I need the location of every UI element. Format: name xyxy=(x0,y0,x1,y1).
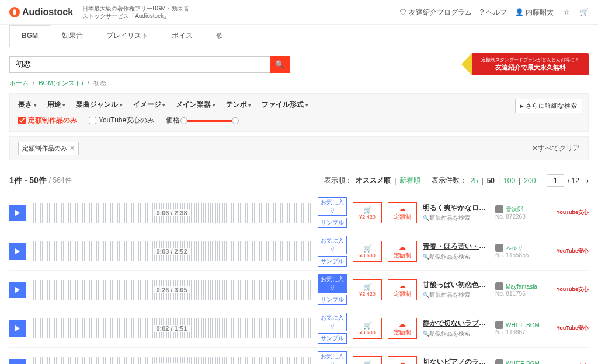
artist-link[interactable]: 音次郎 xyxy=(495,205,548,214)
favorite-button[interactable]: お気に入り xyxy=(318,274,347,293)
waveform[interactable]: 0:02 / 1:51 xyxy=(32,318,312,338)
price-box[interactable]: 🛒¥2,420 xyxy=(353,279,382,300)
close-icon[interactable]: ✕ xyxy=(69,145,75,152)
price: ¥3,630 xyxy=(359,330,376,335)
filter-genre[interactable]: 楽曲ジャンル xyxy=(76,100,123,110)
track-time: 0:03 / 2:52 xyxy=(154,248,189,255)
promo-banner[interactable]: 定額制スタンダードプランがどんどんお得に！ 友達紹介で最大永久無料 xyxy=(472,53,589,75)
favorite-button[interactable]: お気に入り xyxy=(318,351,347,364)
track-row: 0:03 / 2:31お気に入りサンプル🛒¥3,630☁定額制切ないピアノのラブ… xyxy=(9,348,589,364)
track-row: 0:03 / 2:52お気に入りサンプル🛒¥3,630☁定額制青春・ほろ苦い・ノ… xyxy=(9,232,589,271)
price-box[interactable]: 🛒¥3,630 xyxy=(353,356,382,365)
filter-length[interactable]: 長さ xyxy=(18,100,37,110)
track-title[interactable]: 青春・ほろ苦い・ノスタルジー・初恋・ xyxy=(423,242,489,251)
waveform[interactable]: 0:26 / 3:05 xyxy=(32,280,312,300)
filter-instrument[interactable]: メイン楽器 xyxy=(176,100,215,110)
search-input[interactable] xyxy=(9,56,270,73)
result-range: 1件 - 50件 xyxy=(9,176,47,186)
favorite-button[interactable]: お気に入り xyxy=(318,313,347,331)
cart-icon: 🛒 xyxy=(363,206,372,214)
play-button[interactable] xyxy=(9,205,26,221)
similar-link[interactable]: 類似作品を検索 xyxy=(423,253,489,261)
per-25[interactable]: 25 xyxy=(470,177,478,185)
more-detail-button[interactable]: ▸ さらに詳細な検索 xyxy=(515,99,582,113)
play-button[interactable] xyxy=(9,320,26,337)
price-slider[interactable]: 価格 xyxy=(166,116,236,125)
favorite-button[interactable]: お気に入り xyxy=(318,197,347,216)
sample-button[interactable]: サンプル xyxy=(318,218,347,228)
subscription-box[interactable]: ☁定額制 xyxy=(388,356,417,365)
subscription-box[interactable]: ☁定額制 xyxy=(388,202,417,223)
subscription-box[interactable]: ☁定額制 xyxy=(388,279,417,300)
track-title[interactable]: 静かで切ないラブソンバラード xyxy=(423,318,489,328)
sample-button[interactable]: サンプル xyxy=(318,295,347,305)
filter-image[interactable]: イメージ xyxy=(133,100,166,110)
header: Audiostock 日本最大級の著作権フリーBGM・効果音 ストックサービス「… xyxy=(0,0,598,25)
artist-link[interactable]: みゅり xyxy=(495,244,548,252)
cart-icon[interactable]: 🛒 xyxy=(579,8,589,16)
cart-icon: 🛒 xyxy=(363,244,372,253)
play-button[interactable] xyxy=(9,243,26,260)
download-icon: ☁ xyxy=(399,359,406,365)
sort-recommended[interactable]: オススメ順 xyxy=(356,176,391,186)
price-box[interactable]: 🛒¥2,420 xyxy=(353,202,382,223)
track-title[interactable]: 明るく爽やかなロマンス楽曲（ピアノソロ） xyxy=(423,203,489,213)
star-icon[interactable]: ☆ xyxy=(562,8,571,16)
sort-newest[interactable]: 新着順 xyxy=(399,176,420,186)
page-total: / 12 xyxy=(568,177,579,185)
breadcrumb-home[interactable]: ホーム xyxy=(9,79,29,86)
user-menu[interactable]: 👤 内藤昭太 xyxy=(515,8,554,18)
cart-icon: 🛒 xyxy=(363,283,372,291)
filter-chip[interactable]: 定額制作品のみ✕ xyxy=(18,142,79,155)
tagline: 日本最大級の著作権フリーBGM・効果音 ストックサービス「Audiostock」 xyxy=(82,5,189,20)
price-box[interactable]: 🛒¥3,630 xyxy=(353,318,382,339)
artist-link[interactable]: WHITE BGM xyxy=(495,321,548,329)
friend-program-link[interactable]: ♡ 友達紹介プログラム xyxy=(399,8,471,18)
play-button[interactable] xyxy=(9,359,26,365)
filter-tempo[interactable]: テンポ xyxy=(226,100,252,110)
similar-link[interactable]: 類似作品を検索 xyxy=(423,291,489,299)
play-button[interactable] xyxy=(9,282,26,298)
price: ¥3,630 xyxy=(359,253,376,258)
tab-song[interactable]: 歌 xyxy=(204,25,235,47)
clear-all-filters[interactable]: すべてクリア xyxy=(532,144,580,153)
filter-use[interactable]: 用途 xyxy=(47,100,66,110)
breadcrumb-cat[interactable]: BGM(インスト) xyxy=(39,79,83,86)
sample-button[interactable]: サンプル xyxy=(318,256,347,267)
price-box[interactable]: 🛒¥3,630 xyxy=(353,241,382,262)
per-50[interactable]: 50 xyxy=(487,177,495,185)
youtube-safe-badge: YouTube安心 xyxy=(554,324,589,332)
per-200[interactable]: 200 xyxy=(524,177,536,185)
similar-link[interactable]: 類似作品を検索 xyxy=(423,330,489,338)
favorite-button[interactable]: お気に入り xyxy=(318,236,347,254)
help-link[interactable]: ? ヘルプ xyxy=(480,8,507,18)
tab-playlist[interactable]: プレイリスト xyxy=(95,25,160,47)
waveform[interactable]: 0:03 / 2:52 xyxy=(32,242,312,261)
artist-link[interactable]: Mayfantasia xyxy=(495,282,548,290)
tab-bgm[interactable]: BGM xyxy=(9,25,50,47)
logo[interactable]: Audiostock xyxy=(9,7,73,18)
cart-icon: 🛒 xyxy=(363,360,372,365)
track-number: No. 872263 xyxy=(495,214,548,220)
filter-panel: 長さ 用途 楽曲ジャンル イメージ メイン楽器 テンポ ファイル形式 ▸ さらに… xyxy=(9,93,589,132)
sample-button[interactable]: サンプル xyxy=(318,333,347,344)
track-time: 0:06 / 2:38 xyxy=(154,209,189,216)
search-button[interactable]: 🔍 xyxy=(270,56,290,73)
checkbox-subscription[interactable]: 定額制作品のみ xyxy=(18,116,77,125)
subscription-box[interactable]: ☁定額制 xyxy=(388,241,417,262)
checkbox-youtube[interactable]: YouTube安心のみ xyxy=(89,116,154,125)
next-page[interactable]: › xyxy=(586,177,589,185)
page-input[interactable] xyxy=(547,174,564,187)
track-title[interactable]: 切ないピアノのラブバラード xyxy=(423,357,489,364)
waveform[interactable]: 0:06 / 2:38 xyxy=(32,203,312,223)
similar-link[interactable]: 類似作品を検索 xyxy=(423,214,489,222)
tab-se[interactable]: 効果音 xyxy=(50,25,95,47)
tab-voice[interactable]: ボイス xyxy=(160,25,204,47)
download-icon: ☁ xyxy=(399,320,406,328)
artist-link[interactable]: WHITE BGM xyxy=(495,359,548,364)
track-title[interactable]: 甘酸っぱい初恋色のリリックピアノ xyxy=(423,280,489,290)
filter-format[interactable]: ファイル形式 xyxy=(262,100,308,110)
waveform[interactable]: 0:03 / 2:31 xyxy=(32,357,312,365)
per-100[interactable]: 100 xyxy=(503,177,515,185)
subscription-box[interactable]: ☁定額制 xyxy=(388,318,417,339)
